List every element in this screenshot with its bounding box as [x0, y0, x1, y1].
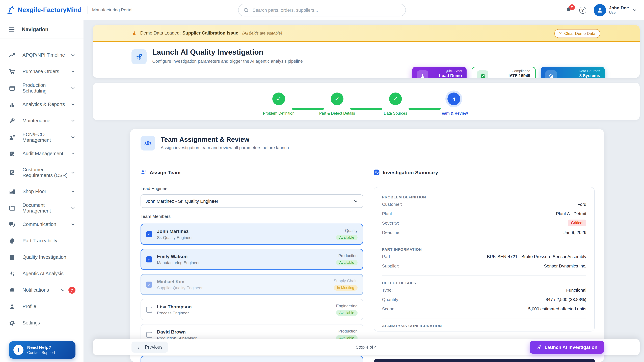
summary-label: Plant:: [382, 211, 556, 216]
sidebar-item-part-traceability[interactable]: Part Traceability: [0, 233, 84, 249]
card-value: 8 Systems Connected: [560, 73, 600, 78]
flask-icon: [417, 70, 428, 78]
sidebar-item-audit-management[interactable]: Audit Management: [0, 145, 84, 162]
banner-note: (All fields are editable): [242, 31, 282, 35]
checkbox-checked-icon[interactable]: [146, 256, 152, 262]
chevron-down-icon: [632, 7, 637, 13]
summary-label: Customer:: [382, 202, 578, 207]
data-sources-card: Data Sources 8 Systems Connected: [541, 67, 605, 78]
step-problem-definition[interactable]: Problem Definition: [272, 92, 285, 105]
summary-section-title: PART INFORMATION: [382, 247, 586, 251]
member-department: Quality: [336, 228, 358, 233]
sidebar-item-notifications[interactable]: Notifications 7: [0, 282, 84, 298]
checkbox-unchecked-icon[interactable]: [146, 307, 152, 313]
global-search[interactable]: [238, 4, 406, 16]
availability-badge: Available: [336, 260, 358, 265]
severity-badge: Critical: [568, 220, 586, 226]
checkbox-checked-icon[interactable]: [146, 231, 152, 237]
summary-label: Severity:: [382, 220, 568, 225]
sidebar-item-purchase-orders[interactable]: Purchase Orders: [0, 63, 84, 80]
sidebar-item-ecn-eco-management[interactable]: ECN/ECO Management: [0, 129, 84, 145]
notification-count-badge: 2: [569, 4, 575, 10]
launch-ai-investigation-button[interactable]: Launch AI Investigation: [530, 341, 604, 354]
chevron-down-icon: [353, 199, 358, 204]
page-header: Launch AI Quality Investigation Configur…: [93, 42, 640, 78]
dark-panel-peek: [374, 359, 595, 362]
notifications-bell-icon[interactable]: 2: [565, 7, 572, 13]
sidebar-item-document-management[interactable]: Document Management: [0, 200, 84, 216]
checkbox-checked-disabled-icon[interactable]: [146, 281, 152, 287]
step-data-sources[interactable]: Data Sources: [389, 92, 402, 105]
bar-chart-icon: [9, 101, 16, 108]
quick-start-card[interactable]: Quick Start Load Demo Data: [412, 67, 466, 78]
wizard-stepper: Problem Definition Part & Defect Details…: [93, 83, 640, 120]
sidebar-item-settings[interactable]: Settings: [0, 315, 84, 331]
person-icon: [9, 303, 16, 310]
app-root: Nexgile-FactoryMind Manufacturing Portal…: [0, 0, 644, 362]
sidebar-item-profile[interactable]: Profile: [0, 298, 84, 315]
sidebar-item-label: Customer Requirements (CSR): [22, 167, 70, 178]
sidebar-item-apqp-npi-timeline[interactable]: APQP/NPI Timeline: [0, 47, 84, 63]
header-actions: 2 John Doe User: [565, 0, 637, 20]
sidebar-item-maintenance[interactable]: Maintenance: [0, 113, 84, 129]
sidebar-item-label: Maintenance: [22, 118, 70, 124]
step-done-check-icon: [389, 92, 402, 105]
card-label: Data Sources: [560, 68, 600, 73]
search-input[interactable]: [252, 7, 401, 13]
sidebar-item-label: APQP/NPI Timeline: [22, 52, 70, 58]
member-name: Michael Kim: [157, 279, 334, 284]
team-member-row-john-martinez[interactable]: John Martinez Sr. Quality Engineer Quali…: [140, 224, 363, 245]
chevron-down-icon: [70, 118, 76, 123]
step-part-defect-details[interactable]: Part & Defect Details: [331, 92, 344, 105]
help-icon[interactable]: [579, 6, 586, 13]
clear-demo-data-button[interactable]: Clear Demo Data: [554, 29, 600, 38]
summary-box: PROBLEM DEFINITION Customer:Ford Plant:P…: [374, 187, 595, 332]
member-name: Lisa Thompson: [157, 304, 336, 309]
availability-badge: In Meeting: [334, 285, 358, 291]
team-member-row-partial[interactable]: [140, 356, 363, 362]
sidebar-item-agentic-ai-analysis[interactable]: Agentic AI Analysis: [0, 266, 84, 282]
contact-support-card[interactable]: Need Help? Contact Support: [9, 341, 76, 359]
hamburger-menu-icon[interactable]: [8, 26, 15, 33]
summary-label: Quantity:: [382, 297, 546, 302]
sidebar-item-label: Purchase Orders: [22, 69, 70, 74]
team-review-card: Team Assignment & Review Assign investig…: [130, 129, 604, 362]
step-label: Part & Defect Details: [319, 111, 355, 115]
sidebar-nav-list: APQP/NPI Timeline Purchase Orders Produc…: [0, 39, 84, 331]
sidebar-item-production-scheduling[interactable]: Production Scheduling: [0, 80, 84, 96]
chat-icon: [9, 221, 16, 228]
member-department: Production: [336, 329, 358, 333]
summary-section-title: PROBLEM DEFINITION: [382, 195, 586, 199]
chevron-down-icon: [70, 205, 76, 211]
top-header: Nexgile-FactoryMind Manufacturing Portal…: [0, 0, 644, 20]
chevron-down-icon: [70, 102, 76, 107]
sidebar-item-quality-investigation[interactable]: Quality Investigation: [0, 249, 84, 266]
sidebar-item-label: ECN/ECO Management: [22, 132, 70, 143]
sidebar-item-customer-requirements-csr[interactable]: Customer Requirements (CSR): [0, 162, 84, 183]
sidebar-item-communication[interactable]: Communication: [0, 216, 84, 233]
chevron-down-icon: [60, 288, 66, 293]
rocket-icon: [536, 345, 541, 350]
cart-icon: [9, 68, 16, 75]
sidebar-item-analytics-reports[interactable]: Analytics & Reports: [0, 96, 84, 113]
brand-block[interactable]: Nexgile-FactoryMind Manufacturing Portal: [0, 5, 132, 14]
summary-section-title: AI ANALYSIS CONFIGURATION: [382, 324, 586, 328]
section-subtitle: Assign investigation team and review all…: [161, 145, 289, 150]
page-header-card: Demo Data Loaded: Supplier Calibration I…: [93, 25, 640, 78]
sidebar-item-label: Settings: [22, 320, 76, 326]
team-members-label: Team Members: [140, 214, 363, 219]
step-team-review[interactable]: 4 Team & Review: [448, 92, 460, 105]
chevron-down-icon: [70, 222, 76, 227]
team-member-row-lisa-thompson[interactable]: Lisa Thompson Process Engineer Engineeri…: [140, 299, 363, 320]
team-member-row-emily-watson[interactable]: Emily Watson Manufacturing Engineer Prod…: [140, 249, 363, 270]
lead-engineer-select[interactable]: John Martinez - Sr. Quality Engineer: [140, 194, 363, 208]
sidebar-item-label: Communication: [22, 222, 70, 227]
sidebar-item-shop-floor[interactable]: Shop Floor: [0, 183, 84, 200]
team-member-row-michael-kim[interactable]: Michael Kim Supplier Quality Engineer Su…: [140, 274, 363, 295]
chip-icon: [546, 70, 557, 78]
checkbox-unchecked-icon[interactable]: [146, 332, 152, 338]
user-menu[interactable]: John Doe User: [594, 4, 637, 16]
robot-logo-icon: [6, 5, 15, 14]
person-add-icon: [140, 169, 146, 175]
clipboard-check-icon: [9, 150, 16, 157]
